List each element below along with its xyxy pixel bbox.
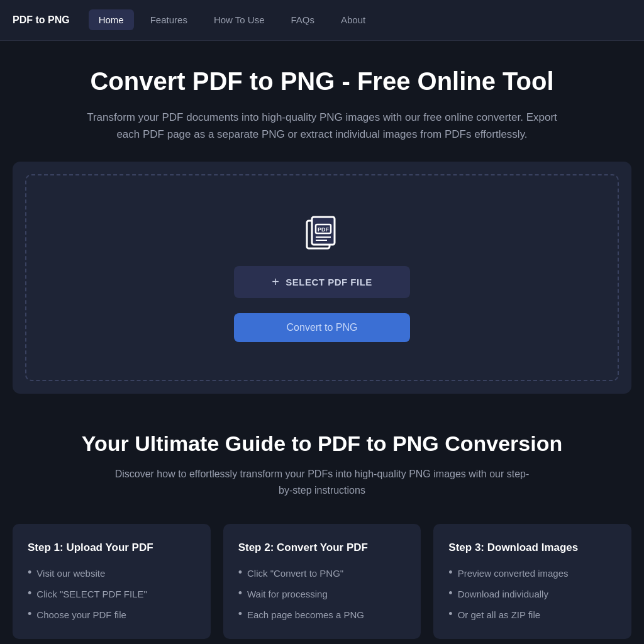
upload-box: PDF + SELECT PDF FILE Convert to PNG [25,174,619,381]
nav-link-how-to-use[interactable]: How To Use [204,9,275,30]
nav-links: Home Features How To Use FAQs About [89,14,376,26]
nav-link-home[interactable]: Home [89,9,134,30]
guide-subtitle: Discover how to effortlessly transform y… [108,466,536,498]
select-pdf-button[interactable]: + SELECT PDF FILE [234,266,410,298]
steps-grid: Step 1: Upload Your PDF Visit our websit… [13,524,631,639]
select-pdf-label: SELECT PDF FILE [286,277,372,287]
step-1-title: Step 1: Upload Your PDF [28,541,196,554]
hero-title: Convert PDF to PNG - Free Online Tool [13,66,631,96]
step-3-item-1: Preview converted images [448,567,616,580]
step-3-item-2: Download individually [448,587,616,601]
pdf-icon: PDF [303,213,341,251]
convert-button[interactable]: Convert to PNG [234,313,410,342]
step-2-title: Step 2: Convert Your PDF [238,541,406,554]
upload-container: PDF + SELECT PDF FILE Convert to PNG [13,162,631,394]
nav-item-features: Features [140,14,197,26]
plus-icon: + [272,275,279,289]
step-card-3: Step 3: Download Images Preview converte… [433,524,631,639]
navbar: PDF to PNG Home Features How To Use FAQs… [0,0,644,41]
guide-title: Your Ultimate Guide to PDF to PNG Conver… [13,431,631,456]
nav-item-home: Home [89,14,134,26]
hero-subtitle: Transform your PDF documents into high-q… [77,109,567,143]
main-content: Convert PDF to PNG - Free Online Tool Tr… [0,41,644,644]
nav-item-how-to-use: How To Use [204,14,275,26]
nav-brand[interactable]: PDF to PNG [13,14,70,26]
step-3-list: Preview converted images Download indivi… [448,567,616,621]
step-card-2: Step 2: Convert Your PDF Click "Convert … [223,524,421,639]
step-1-item-3: Choose your PDF file [28,608,196,621]
svg-text:PDF: PDF [318,226,330,233]
convert-label: Convert to PNG [287,322,358,333]
step-1-item-1: Visit our website [28,567,196,580]
step-1-item-2: Click "SELECT PDF FILE" [28,587,196,601]
nav-item-faqs: FAQs [280,14,325,26]
step-3-item-3: Or get all as ZIP file [448,608,616,621]
step-2-item-1: Click "Convert to PNG" [238,567,406,580]
step-2-item-3: Each page becomes a PNG [238,608,406,621]
nav-link-faqs[interactable]: FAQs [280,9,325,30]
step-card-1: Step 1: Upload Your PDF Visit our websit… [13,524,211,639]
step-3-title: Step 3: Download Images [448,541,616,554]
nav-link-about[interactable]: About [331,9,375,30]
nav-link-features[interactable]: Features [140,9,197,30]
guide-section: Your Ultimate Guide to PDF to PNG Conver… [13,431,631,644]
step-2-item-2: Wait for processing [238,587,406,601]
step-2-list: Click "Convert to PNG" Wait for processi… [238,567,406,621]
step-1-list: Visit our website Click "SELECT PDF FILE… [28,567,196,621]
nav-item-about: About [331,14,375,26]
